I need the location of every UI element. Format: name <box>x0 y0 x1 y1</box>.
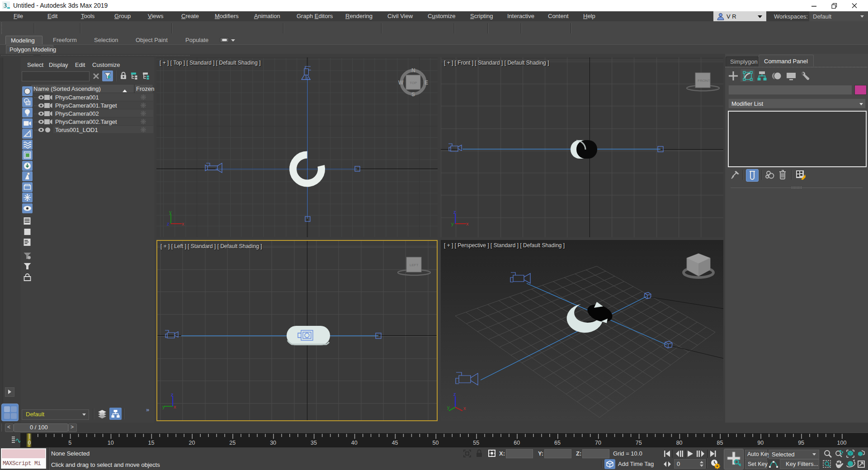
svg-text:x: x <box>463 405 466 411</box>
svg-text:5: 5 <box>68 440 71 446</box>
svg-text:z: z <box>453 391 456 397</box>
svg-text:0: 0 <box>28 440 31 446</box>
svg-text:35: 35 <box>311 440 317 446</box>
svg-text:100: 100 <box>837 440 847 446</box>
svg-text:y: y <box>162 404 165 409</box>
svg-text:30: 30 <box>270 440 276 446</box>
svg-text:E: E <box>425 80 428 86</box>
svg-text:60: 60 <box>514 440 520 446</box>
svg-text:95: 95 <box>798 440 804 446</box>
svg-text:40: 40 <box>351 440 358 446</box>
svg-text:N: N <box>411 67 415 74</box>
svg-text:90: 90 <box>757 440 764 446</box>
svg-text:LEFT: LEFT <box>410 263 419 267</box>
svg-text:z: z <box>167 221 170 226</box>
svg-text:x: x <box>182 221 184 226</box>
svg-text:45: 45 <box>392 440 398 446</box>
svg-text:50: 50 <box>433 440 439 446</box>
svg-text:x: x <box>466 221 469 226</box>
svg-text:75: 75 <box>636 440 642 446</box>
svg-text:x: x <box>174 404 176 409</box>
svg-text:y: y <box>447 404 450 410</box>
svg-text:S: S <box>411 91 415 98</box>
svg-text:65: 65 <box>554 440 561 446</box>
svg-text:3: 3 <box>4 2 7 9</box>
svg-text:80: 80 <box>676 440 683 446</box>
svg-text:55: 55 <box>473 440 479 446</box>
svg-text:20: 20 <box>189 440 195 446</box>
svg-text:W: W <box>398 80 404 86</box>
svg-text:70: 70 <box>595 440 601 446</box>
svg-text:FRONT: FRONT <box>698 79 710 83</box>
svg-text:85: 85 <box>717 440 723 446</box>
svg-text:y: y <box>169 209 172 215</box>
svg-text:TOP: TOP <box>410 81 417 85</box>
svg-text:25: 25 <box>229 440 236 446</box>
svg-text:10: 10 <box>108 440 114 446</box>
svg-text:15: 15 <box>148 440 155 446</box>
svg-text:y: y <box>451 221 454 226</box>
svg-text:z: z <box>453 209 456 215</box>
svg-text:z: z <box>171 392 174 397</box>
